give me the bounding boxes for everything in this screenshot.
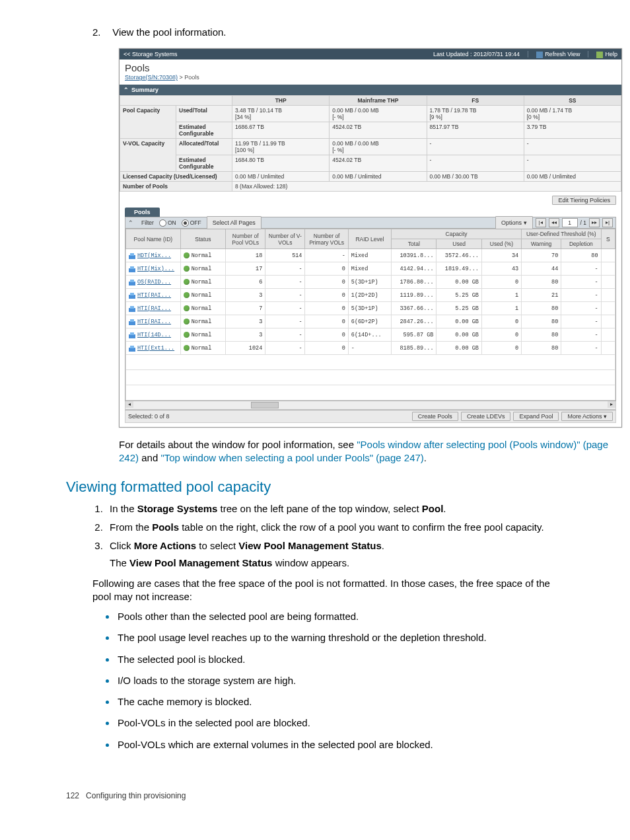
page-last-button[interactable]: ▸| bbox=[602, 218, 613, 227]
options-button[interactable]: Options ▾ bbox=[495, 216, 533, 229]
pools-screenshot: << Storage Systems Last Updated : 2012/0… bbox=[119, 48, 622, 428]
select-all-pages-button[interactable]: Select All Pages bbox=[207, 216, 262, 229]
pool-name-link[interactable]: HTI(RAI... bbox=[129, 292, 178, 299]
filter-off-option[interactable]: OFF bbox=[182, 217, 201, 228]
summary-header[interactable]: ⌃Summary bbox=[120, 85, 621, 95]
svg-rect-15 bbox=[130, 346, 134, 348]
step-item-3: Click More Actions to select View Pool M… bbox=[106, 539, 590, 570]
bullets-list: Pools other than the selected pool are b… bbox=[106, 610, 564, 751]
pool-name-link[interactable]: OS(RAID... bbox=[129, 279, 178, 286]
help-link[interactable]: Help bbox=[596, 49, 617, 59]
pool-icon bbox=[129, 279, 135, 286]
pool-name-link[interactable]: HTI(Ext1... bbox=[129, 345, 178, 352]
create-ldevs-button[interactable]: Create LDEVs bbox=[461, 412, 511, 421]
svg-rect-3 bbox=[130, 266, 134, 269]
selected-count: Selected: 0 of 8 bbox=[128, 413, 170, 420]
filter-on-option[interactable]: ON bbox=[159, 217, 176, 228]
table-row[interactable]: HDT(Mix...Normal18514-Mixed10391.8...357… bbox=[126, 249, 615, 262]
expand-pool-button[interactable]: Expand Pool bbox=[513, 412, 559, 421]
pool-name-link[interactable]: HDT(Mix... bbox=[129, 252, 178, 259]
page-next-button[interactable]: ▸▸ bbox=[589, 218, 600, 227]
page-number-input[interactable]: 1 bbox=[562, 218, 578, 227]
refresh-view-link[interactable]: Refresh View bbox=[536, 49, 580, 59]
pool-icon bbox=[129, 345, 135, 352]
status-ok-icon bbox=[184, 252, 190, 258]
status-ok-icon bbox=[184, 279, 190, 285]
page-prev-button[interactable]: ◂◂ bbox=[549, 218, 559, 227]
selection-footer: Selected: 0 of 8 Create Pools Create LDE… bbox=[125, 410, 616, 423]
svg-rect-13 bbox=[130, 332, 134, 335]
status-cell: Normal bbox=[180, 249, 225, 262]
col-fs: FS bbox=[427, 96, 524, 106]
pool-icon bbox=[129, 332, 135, 338]
edit-tiering-policies-button[interactable]: Edit Tiering Policies bbox=[552, 196, 616, 205]
bullet-item: Pool-VOLs which are external volumes in … bbox=[106, 738, 564, 751]
col-thp: THP bbox=[232, 96, 330, 106]
page-footer: 122 Configuring thin provisioning bbox=[66, 791, 590, 800]
status-cell: Normal bbox=[180, 315, 225, 328]
status-ok-icon bbox=[184, 266, 190, 272]
page-number: 122 bbox=[66, 791, 79, 800]
status-ok-icon bbox=[184, 319, 190, 325]
filter-label: Filter bbox=[141, 217, 154, 228]
pool-name-link[interactable]: HTI(RAI... bbox=[129, 319, 178, 325]
scroll-right-icon[interactable]: ▸ bbox=[608, 401, 615, 408]
pool-name-link[interactable]: HTI(RAI... bbox=[129, 305, 178, 312]
horizontal-scrollbar[interactable]: ◂ ▸ bbox=[125, 401, 616, 410]
table-row[interactable]: HTI(Mix)...Normal17-0Mixed4142.94...1819… bbox=[126, 262, 615, 276]
step-2: 2. View the pool information. bbox=[92, 26, 590, 38]
page-first-button[interactable]: |◂ bbox=[536, 218, 546, 227]
table-row[interactable]: OS(RAID...Normal6-05(3D+1P)1786.80...0.0… bbox=[126, 276, 615, 289]
summary-table: THP Mainframe THP FS SS Pool Capacity Us… bbox=[120, 95, 621, 192]
filter-bar: ⌃ Filter ON OFF Select All Pages Options… bbox=[125, 217, 616, 229]
status-cell: Normal bbox=[180, 289, 225, 302]
svg-rect-7 bbox=[130, 293, 134, 295]
col-ss: SS bbox=[524, 96, 621, 106]
status-cell: Normal bbox=[180, 328, 225, 342]
col-mf: Mainframe THP bbox=[330, 96, 427, 106]
breadcrumb: Storage(S/N:70308) > Pools bbox=[125, 74, 616, 81]
following-text: Following are cases that the free space … bbox=[92, 577, 564, 604]
caption-text: For details about the window for pool in… bbox=[119, 438, 621, 465]
svg-rect-5 bbox=[130, 280, 134, 282]
link-top-window[interactable]: "Top window when selecting a pool under … bbox=[160, 452, 423, 463]
more-actions-button[interactable]: More Actions ▾ bbox=[561, 412, 613, 421]
pool-name-link[interactable]: HTI(14D... bbox=[129, 332, 178, 338]
collapse-icon: ⌃ bbox=[128, 217, 133, 228]
status-ok-icon bbox=[184, 345, 190, 351]
step-2-text: View the pool information. bbox=[112, 26, 226, 38]
status-cell: Normal bbox=[180, 262, 225, 276]
status-ok-icon bbox=[184, 305, 190, 311]
refresh-icon bbox=[536, 52, 543, 58]
table-row[interactable]: HTI(RAI...Normal3-06(6D+2P)2847.26...0.0… bbox=[126, 315, 615, 328]
topbar: << Storage Systems Last Updated : 2012/0… bbox=[120, 49, 621, 59]
bullet-item: Pools other than the selected pool are b… bbox=[106, 610, 564, 623]
table-row[interactable]: HTI(14D...Normal3-06(14D+...595.87 GB0.0… bbox=[126, 328, 615, 342]
bullet-item: I/O loads to the storage system are high… bbox=[106, 674, 564, 687]
step-item-1: In the Storage Systems tree on the left … bbox=[106, 502, 590, 515]
svg-rect-1 bbox=[130, 253, 134, 256]
step-item-2: From the Pools table on the right, click… bbox=[106, 521, 590, 534]
breadcrumb-storage-link[interactable]: Storage(S/N:70308) bbox=[125, 74, 178, 81]
pools-table: Pool Name (ID) Status Number of Pool VOL… bbox=[125, 229, 615, 401]
table-row[interactable]: HTI(Ext1...Normal1024-0-8185.89...0.00 G… bbox=[126, 342, 615, 355]
table-row[interactable]: HTI(RAI...Normal7-05(3D+1P)3367.66...5.2… bbox=[126, 302, 615, 315]
scrollbar-thumb[interactable] bbox=[251, 402, 279, 408]
pool-name-link[interactable]: HTI(Mix)... bbox=[129, 266, 178, 272]
page-of-label: / 1 bbox=[580, 217, 586, 228]
back-storage-systems[interactable]: << Storage Systems bbox=[123, 49, 178, 59]
page-title: Pools bbox=[125, 62, 616, 73]
section-heading: Viewing formatted pool capacity bbox=[66, 478, 590, 496]
status-cell: Normal bbox=[180, 302, 225, 315]
help-icon bbox=[596, 52, 603, 58]
bullet-item: The selected pool is blocked. bbox=[106, 653, 564, 666]
pools-tab[interactable]: Pools bbox=[125, 208, 160, 217]
scroll-left-icon[interactable]: ◂ bbox=[125, 401, 133, 408]
bullet-item: The cache memory is blocked. bbox=[106, 695, 564, 708]
pool-icon bbox=[129, 252, 135, 259]
create-pools-button[interactable]: Create Pools bbox=[412, 412, 458, 421]
last-updated: Last Updated : 2012/07/31 19:44 bbox=[433, 49, 520, 59]
bullet-item: Pool-VOLs in the selected pool are block… bbox=[106, 716, 564, 730]
table-row[interactable]: HTI(RAI...Normal3-01(2D+2D)1119.89...5.2… bbox=[126, 289, 615, 302]
status-ok-icon bbox=[184, 292, 190, 298]
